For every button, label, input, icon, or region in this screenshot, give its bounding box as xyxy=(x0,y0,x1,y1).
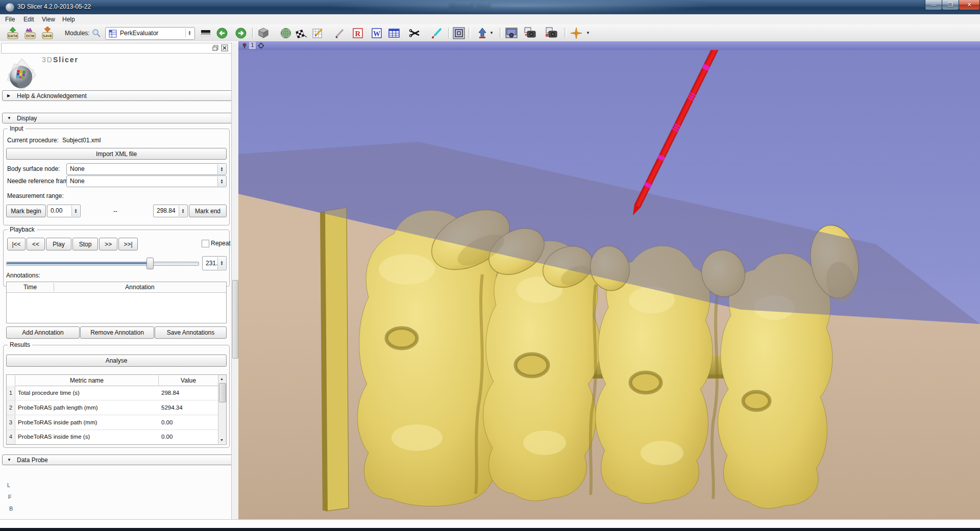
menu-help[interactable]: Help xyxy=(62,16,75,23)
go-to-end-button[interactable]: >>| xyxy=(118,238,138,250)
layout-swatch-button[interactable] xyxy=(199,26,212,40)
pencil-icon xyxy=(334,27,346,39)
module-selector-spinner[interactable]: ▲▼ xyxy=(185,29,193,37)
help-section-header[interactable]: ▶ Help & Acknowledgement xyxy=(2,90,233,101)
close-panel-icon[interactable] xyxy=(221,44,228,52)
load-dicom-button[interactable]: DCM xyxy=(23,26,37,40)
toolbar-separator xyxy=(252,28,254,38)
step-forward-button[interactable]: >> xyxy=(99,238,117,250)
restore-button[interactable]: ❐ xyxy=(942,0,959,10)
window-level-button[interactable]: W xyxy=(370,26,383,40)
models-button[interactable] xyxy=(279,26,292,40)
extensions-button[interactable] xyxy=(476,26,489,40)
toolbar-separator xyxy=(565,28,567,38)
save-button[interactable]: SAVE xyxy=(41,26,54,40)
body-surface-spinner[interactable]: ▲▼ xyxy=(217,164,226,174)
pin-icon[interactable] xyxy=(241,42,248,49)
display-section-label: Display xyxy=(17,115,37,122)
cut-button[interactable] xyxy=(408,26,422,40)
remove-annotation-button[interactable]: Remove Annotation xyxy=(80,326,154,339)
crosshair-button[interactable] xyxy=(570,26,583,40)
capture-sequence-button[interactable] xyxy=(545,26,558,40)
module-search-button[interactable] xyxy=(90,26,103,40)
menu-view[interactable]: View xyxy=(42,16,55,23)
module-selector[interactable]: PerkEvaluator ▲▼ xyxy=(105,27,195,40)
import-xml-button[interactable]: Import XML file xyxy=(6,148,227,160)
transforms-button[interactable] xyxy=(311,26,325,40)
body-surface-label: Body surface node: xyxy=(7,165,60,172)
range-end-arrows[interactable]: ▲▼ xyxy=(179,206,187,216)
capture-view-button[interactable] xyxy=(505,26,519,40)
annotations-col-time: Time xyxy=(7,284,54,291)
range-begin-spinbox[interactable]: 0.00 ▲▼ xyxy=(47,205,81,217)
slice-views-button[interactable] xyxy=(295,26,308,40)
metric-value: 5294.34 xyxy=(161,404,183,411)
analyse-button[interactable]: Analyse xyxy=(6,355,227,367)
ruler-button[interactable]: R xyxy=(351,26,364,40)
add-annotation-button[interactable]: Add Annotation xyxy=(6,326,80,339)
minimize-button[interactable]: — xyxy=(925,0,942,10)
results-scrollbar[interactable]: ▲ ▼ xyxy=(218,375,226,444)
save-annotations-button[interactable]: Save Annotations xyxy=(155,326,227,339)
annotations-label: Annotations: xyxy=(6,272,40,279)
view-options-icon[interactable] xyxy=(258,42,264,49)
display-section-header[interactable]: ▼ Display xyxy=(2,113,233,123)
screenshot-button[interactable] xyxy=(452,26,465,40)
extensions-dropdown-caret[interactable]: ▼ xyxy=(489,31,494,35)
menu-file[interactable]: File xyxy=(5,16,15,23)
metric-name: ProbeToRAS inside time (s) xyxy=(18,434,90,440)
data-probe-header[interactable]: ▼ Data Probe xyxy=(2,454,233,465)
camera-film-icon xyxy=(545,27,558,39)
mark-begin-button[interactable]: Mark begin xyxy=(6,205,46,217)
3d-viewport[interactable] xyxy=(238,50,980,519)
load-dicom-icon: DCM xyxy=(23,27,37,40)
play-button[interactable]: Play xyxy=(46,238,71,250)
time-spinbox[interactable]: 231.6 ▲▼ xyxy=(202,256,227,270)
paint-button[interactable] xyxy=(430,26,443,40)
close-button[interactable]: ✕ xyxy=(959,0,980,10)
range-end-spinbox[interactable]: 298.84 ▲▼ xyxy=(153,205,188,217)
status-bar xyxy=(0,519,980,528)
svg-text:DCM: DCM xyxy=(26,34,34,38)
mark-end-button[interactable]: Mark end xyxy=(189,205,227,217)
needle-frame-spinner[interactable]: ▲▼ xyxy=(217,176,226,186)
crosshair-dropdown-caret[interactable]: ▼ xyxy=(586,31,590,35)
time-slider-handle[interactable] xyxy=(146,258,154,269)
volume-rendering-button[interactable] xyxy=(257,26,270,40)
title-bar[interactable]: Microsoft Word 3D Slicer 4.2.0-2013-05-2… xyxy=(0,0,980,14)
logo-text-3d: 3D xyxy=(42,56,53,64)
redo-button[interactable] xyxy=(234,26,248,40)
range-begin-arrows[interactable]: ▲▼ xyxy=(71,206,80,216)
undo-button[interactable] xyxy=(215,26,229,40)
letter-r-icon: R xyxy=(352,27,364,39)
save-icon: SAVE xyxy=(41,27,54,40)
undock-icon[interactable] xyxy=(212,44,219,52)
menu-edit[interactable]: Edit xyxy=(23,16,34,23)
modules-label: Modules: xyxy=(65,30,90,37)
background-window-ghost-title: Microsoft Word xyxy=(449,3,623,12)
capture-scene-button[interactable] xyxy=(523,26,536,40)
stop-button[interactable]: Stop xyxy=(72,238,98,250)
sphere-mesh-icon xyxy=(280,27,292,39)
3d-scene xyxy=(238,50,980,519)
toolbar-separator xyxy=(500,28,502,38)
repeat-checkbox[interactable] xyxy=(202,240,209,247)
view-controller-bar[interactable] xyxy=(238,41,980,50)
results-table[interactable]: Metric name Value 1 Total procedure time… xyxy=(6,374,227,445)
load-data-button[interactable]: DATA xyxy=(6,26,19,40)
tables-button[interactable] xyxy=(387,26,401,40)
go-to-start-button[interactable]: |<< xyxy=(7,238,26,250)
time-slider-fill xyxy=(7,262,150,264)
panel-scrollbar[interactable] xyxy=(231,42,238,519)
time-arrows[interactable]: ▲▼ xyxy=(217,257,226,269)
checkered-plane-icon xyxy=(296,27,308,39)
scroll-up-icon: ▲ xyxy=(220,377,224,381)
markups-button[interactable] xyxy=(333,26,347,40)
step-back-button[interactable]: << xyxy=(27,238,45,250)
app-icon[interactable] xyxy=(5,3,15,12)
annotations-table[interactable]: Time Annotation xyxy=(6,282,227,323)
body-surface-combo[interactable]: None ▲▼ xyxy=(66,163,227,175)
redo-arrow-icon xyxy=(235,27,247,39)
range-end-value: 298.84 xyxy=(157,207,176,214)
needle-frame-combo[interactable]: None ▲▼ xyxy=(66,175,227,187)
